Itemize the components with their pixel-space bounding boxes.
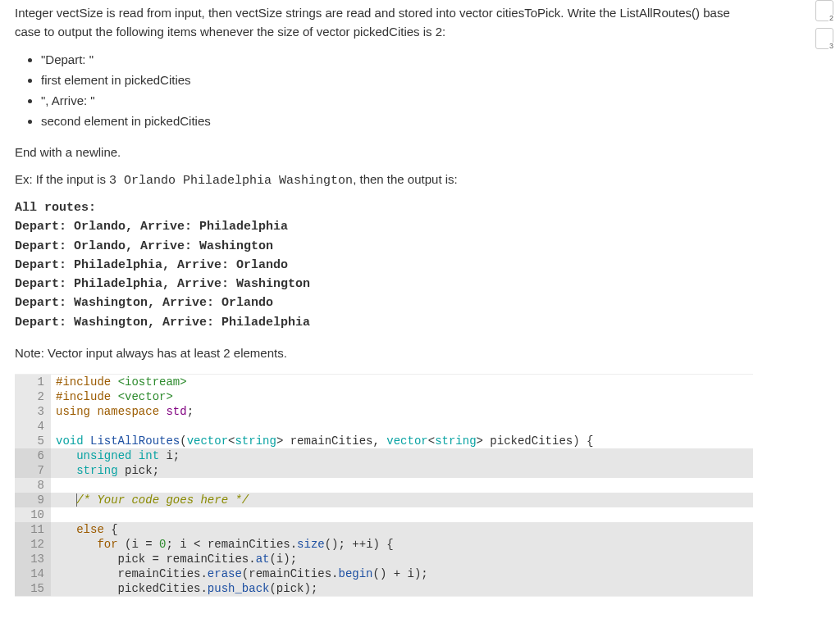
line-number: 6: [15, 448, 51, 463]
line-number: 1: [15, 375, 51, 389]
code-line[interactable]: 1#include <iostream>: [15, 375, 753, 389]
list-item: second element in pickedCities: [41, 111, 753, 130]
question-content: Integer vectSize is read from input, the…: [0, 0, 768, 597]
code-editor[interactable]: 1#include <iostream>2#include <vector>3u…: [15, 374, 753, 597]
example-input: 3 Orlando Philadelphia Washington: [109, 174, 353, 188]
code-text[interactable]: #include <vector>: [51, 389, 753, 404]
code-text[interactable]: /* Your code goes here */: [51, 493, 753, 507]
line-number: 5: [15, 434, 51, 448]
code-text[interactable]: for (i = 0; i < remainCities.size(); ++i…: [51, 537, 753, 552]
prompt-note: Note: Vector input always has at least 2…: [15, 343, 753, 362]
line-number: 3: [15, 404, 51, 419]
line-number: 14: [15, 566, 51, 581]
code-text[interactable]: #include <iostream>: [51, 375, 753, 389]
line-number: 10: [15, 507, 51, 522]
code-line[interactable]: 4: [15, 419, 753, 434]
feedback-button[interactable]: 3: [815, 28, 833, 49]
example-line: Ex: If the input is 3 Orlando Philadelph…: [15, 170, 753, 190]
code-text[interactable]: remainCities.erase(remainCities.begin() …: [51, 566, 753, 581]
page: 2 3 Integer vectSize is read from input,…: [0, 0, 840, 623]
line-number: 2: [15, 389, 51, 404]
feedback-sidebar: 2 3: [815, 0, 835, 56]
code-text[interactable]: else {: [51, 522, 753, 537]
code-text[interactable]: [51, 419, 753, 434]
line-number: 11: [15, 522, 51, 537]
list-item: first element in pickedCities: [41, 70, 753, 89]
line-number: 8: [15, 478, 51, 493]
code-text[interactable]: unsigned int i;: [51, 448, 753, 463]
list-item: ", Arrive: ": [41, 91, 753, 110]
code-text[interactable]: void ListAllRoutes(vector<string> remain…: [51, 434, 753, 448]
code-line[interactable]: 8: [15, 478, 753, 493]
example-post: , then the output is:: [353, 172, 458, 186]
code-line[interactable]: 11 else {: [15, 522, 753, 537]
prompt-bullets: "Depart: " first element in pickedCities…: [21, 50, 753, 131]
line-number: 13: [15, 552, 51, 566]
code-line[interactable]: 5void ListAllRoutes(vector<string> remai…: [15, 434, 753, 448]
line-number: 7: [15, 463, 51, 478]
code-line[interactable]: 3using namespace std;: [15, 404, 753, 419]
code-text[interactable]: pickedCities.push_back(pick);: [51, 581, 753, 596]
code-line[interactable]: 6 unsigned int i;: [15, 448, 753, 463]
code-line[interactable]: 2#include <vector>: [15, 389, 753, 404]
expected-output: All routes: Depart: Orlando, Arrive: Phi…: [15, 198, 753, 332]
feedback-button[interactable]: 2: [815, 0, 833, 21]
code-line[interactable]: 10: [15, 507, 753, 522]
code-text[interactable]: pick = remainCities.at(i);: [51, 552, 753, 566]
feedback-count: 2: [829, 15, 834, 22]
code-line[interactable]: 7 string pick;: [15, 463, 753, 478]
code-text[interactable]: [51, 507, 753, 522]
line-number: 4: [15, 419, 51, 434]
code-text[interactable]: [51, 478, 753, 493]
feedback-count: 3: [829, 43, 834, 50]
line-number: 9: [15, 493, 51, 507]
code-text[interactable]: string pick;: [51, 463, 753, 478]
code-line[interactable]: 9 /* Your code goes here */: [15, 493, 753, 507]
code-line[interactable]: 15 pickedCities.push_back(pick);: [15, 581, 753, 596]
list-item: "Depart: ": [41, 50, 753, 69]
code-line[interactable]: 13 pick = remainCities.at(i);: [15, 552, 753, 566]
line-number: 12: [15, 537, 51, 552]
line-number: 15: [15, 581, 51, 596]
prompt-endline: End with a newline.: [15, 143, 753, 161]
code-line[interactable]: 14 remainCities.erase(remainCities.begin…: [15, 566, 753, 581]
code-line[interactable]: 12 for (i = 0; i < remainCities.size(); …: [15, 537, 753, 552]
prompt-intro: Integer vectSize is read from input, the…: [15, 3, 753, 42]
example-pre: Ex: If the input is: [15, 172, 109, 186]
code-text[interactable]: using namespace std;: [51, 404, 753, 419]
